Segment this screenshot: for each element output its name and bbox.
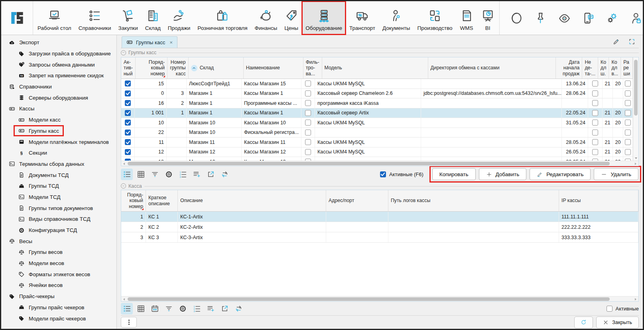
table-row[interactable]: 11Магазин 11Кассы Магазин 11Кассы UKM4 M… (121, 138, 633, 147)
checkbox-checked[interactable] (380, 171, 386, 177)
sidebar-item-payment-terminal-models[interactable]: Модели платёжных терминалов (1, 136, 116, 147)
checkbox-unchecked[interactable] (305, 130, 311, 136)
toolbar-cal-icon[interactable] (149, 303, 161, 314)
toolbar-grid-icon[interactable] (135, 169, 147, 180)
checkbox-checked[interactable] (125, 130, 131, 136)
checkbox-unchecked[interactable] (592, 120, 598, 126)
column-header-short_desc[interactable]: Краткое описание (146, 190, 178, 211)
checkbox-unchecked[interactable] (305, 120, 311, 126)
horizontal-scrollbar[interactable] (121, 296, 638, 301)
more-menu-button[interactable] (121, 317, 137, 328)
checkbox-unchecked[interactable] (305, 90, 311, 96)
column-header-active[interactable]: Ак- тив- ный (121, 57, 136, 79)
tab-cash-groups[interactable]: Группы касс × (122, 36, 177, 48)
toolbar-filter-icon[interactable] (163, 303, 175, 314)
horizontal-scrollbar[interactable] (121, 161, 638, 166)
user-lock-icon[interactable] (630, 12, 643, 25)
checkbox-unchecked[interactable] (625, 90, 631, 96)
table-row[interactable]: 2КС 2КС-2-Artix222.22.2.222 (121, 222, 638, 232)
collapse-icon[interactable]: − (121, 50, 126, 55)
checkbox-checked[interactable] (125, 110, 131, 116)
top-nav-item-sales[interactable]: Продажи (164, 1, 194, 35)
column-header-sklad[interactable]: Склад (189, 57, 244, 79)
column-header-razreshi[interactable]: Ра ре ши (621, 57, 633, 79)
pin-icon[interactable] (534, 12, 547, 25)
sidebar-item-tsd-config[interactable]: Конфигурация ТСД (1, 225, 116, 236)
top-nav-item-bi[interactable]: BI (477, 1, 498, 35)
toolbar-listplus-icon[interactable] (205, 303, 217, 314)
sidebar-item-discount-ban[interactable]: AdЗапрет на применение скидок (1, 70, 116, 81)
column-header-ko_v[interactable]: Ко дл в... (609, 57, 621, 79)
sidebar-item-scales-label-formats[interactable]: Форматы этикеток весов (1, 269, 116, 280)
toolbar-repeat-icon[interactable] (232, 303, 244, 314)
checkbox-unchecked[interactable] (592, 139, 598, 145)
table-row[interactable]: 1 0011Магазин 1Кассы Магазин 1Кассовый с… (121, 108, 633, 118)
table-row[interactable]: 12Магазин 12Кассы Магазин 12Кассы UKM4 M… (121, 147, 633, 157)
sidebar-item-tsd-models[interactable]: Модели ТСД (1, 192, 116, 203)
toolbar-filter-icon[interactable] (149, 169, 161, 180)
top-nav-item-desktop[interactable]: Рабочий стол (34, 1, 75, 35)
active-filter-checkbox[interactable]: Активные (F6) (380, 171, 423, 177)
column-header-ne_deta[interactable]: Не де- та-... (582, 57, 598, 79)
checkbox-unchecked[interactable] (305, 149, 311, 155)
checkbox-unchecked[interactable] (592, 90, 598, 96)
add-button[interactable]: Добавить (479, 168, 527, 180)
top-nav-item-wms[interactable]: WMS (456, 1, 477, 35)
sidebar-item-data-terminals[interactable]: Терминалы сбора данных (1, 159, 116, 170)
sidebar-item-doc-type-groups[interactable]: Группы типов документов (1, 202, 116, 214)
sidebar-item-scales-groups[interactable]: Группы весов (1, 247, 116, 258)
toolbar-ext-icon[interactable] (205, 169, 217, 180)
column-header-date[interactable]: Дата начала продаж (556, 57, 582, 79)
checkbox-unchecked[interactable] (625, 139, 631, 145)
table-row[interactable]: 1КС 1КС-1-Artix111.11.1.111 (121, 212, 638, 222)
checkbox-checked[interactable] (125, 100, 131, 106)
sidebar-item-cash-groups[interactable]: Группы касс (1, 126, 116, 137)
messages-icon[interactable] (582, 12, 595, 25)
checkbox-checked[interactable] (125, 81, 131, 86)
view-icon[interactable] (558, 12, 571, 25)
top-nav-item-warehouse[interactable]: Склад (142, 1, 164, 35)
checkbox-unchecked[interactable] (607, 306, 612, 312)
table-row[interactable]: 15ЛюксСофтТрейд1Кассы Магазин 15Кассы UK… (121, 79, 633, 89)
table-row[interactable]: 22Магазин 10Фискальный регистра... (121, 128, 633, 138)
sidebar-item-sections[interactable]: §Секции (1, 147, 116, 159)
sidebar-item-tsd-catalog-kinds[interactable]: Виды справочников ТСД (1, 214, 116, 225)
checkbox-unchecked[interactable] (592, 130, 598, 136)
column-header-ko_sh[interactable]: Ко дл ш. (598, 57, 609, 79)
checkbox-checked[interactable] (125, 139, 131, 145)
toolbar-grid-icon[interactable] (135, 303, 147, 314)
column-header-log_path[interactable]: Путь логов кассы (388, 190, 559, 211)
toolbar-repeat-icon[interactable] (219, 169, 230, 180)
checkbox-unchecked[interactable] (625, 130, 631, 136)
checkbox-unchecked[interactable] (592, 110, 598, 116)
copy-button[interactable]: Копировать (432, 168, 476, 180)
checkbox-unchecked[interactable] (305, 100, 311, 106)
checkbox-checked[interactable] (125, 149, 131, 155)
edit-pencil-icon[interactable] (612, 38, 620, 45)
checkbox-unchecked[interactable] (592, 81, 598, 86)
sidebar-item-cash-models[interactable]: Модели касс (1, 114, 116, 126)
delete-button[interactable]: Удалить (594, 168, 638, 180)
sidebar-item-tsd-documents[interactable]: Документы ТСД (1, 169, 116, 181)
checkbox-unchecked[interactable] (305, 139, 311, 145)
toolbar-list-icon[interactable] (121, 303, 133, 314)
checkbox-unchecked[interactable] (625, 120, 631, 126)
time-icon[interactable] (510, 12, 523, 25)
sidebar-item-scales[interactable]: Весы (1, 236, 116, 247)
checkbox-unchecked[interactable] (625, 81, 631, 86)
column-header-name[interactable]: Наименование (244, 57, 303, 79)
sidebar-item-scales-models[interactable]: Модели весов (1, 258, 116, 269)
sidebar-item-cash-registers[interactable]: Кассы (1, 103, 116, 114)
app-logo[interactable] (1, 1, 33, 35)
toolbar-numlist-icon[interactable]: 123 (191, 303, 203, 314)
vertical-scrollbar[interactable] (633, 57, 638, 161)
top-nav-item-transport[interactable]: Транспорт (346, 1, 379, 35)
sidebar-item-tsd-groups[interactable]: Группы ТСД (1, 181, 116, 192)
tab-close-icon[interactable]: × (169, 39, 173, 45)
checkbox-unchecked[interactable] (625, 100, 631, 106)
top-nav-item-prices[interactable]: Цены (281, 1, 302, 35)
table-row[interactable]: 10Магазин 10Кассы Магазин 10Кассы UKM4 M… (121, 118, 633, 128)
fullscreen-icon[interactable] (628, 38, 636, 45)
sidebar-item-scales-cells[interactable]: Ячейки весов (1, 280, 116, 291)
refresh-button[interactable] (574, 316, 593, 328)
